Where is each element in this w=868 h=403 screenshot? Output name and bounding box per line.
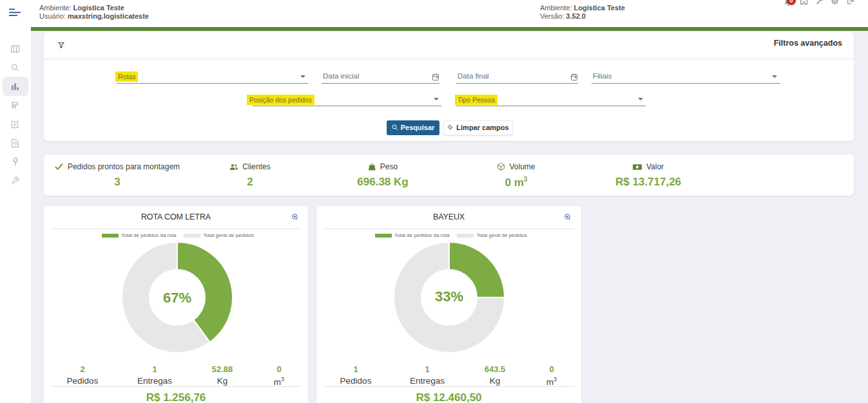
svg-text:33%: 33% [435,288,463,305]
svg-text:67%: 67% [163,290,191,306]
